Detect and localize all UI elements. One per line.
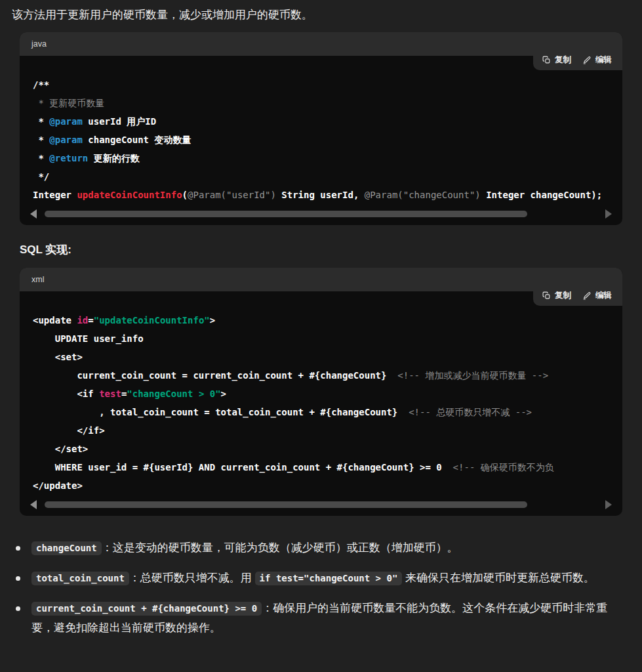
edit-button-label: 编辑 [595, 54, 612, 66]
language-label: xml [31, 275, 44, 284]
sql-heading: SQL 实现: [20, 242, 622, 257]
copy-button-label: 复制 [555, 54, 571, 66]
list-item: changeCount：这是变动的硬币数量，可能为负数（减少硬币）或正数（增加硬… [16, 538, 622, 558]
list-item: current_coin_count + #{changeCount} >= 0… [16, 598, 622, 638]
code-line: /** [33, 75, 622, 94]
inline-code: if test="changeCount > 0" [255, 572, 403, 585]
code-actions-bar: 复制 编辑 [533, 49, 622, 70]
code-actions-bar: 复制 编辑 [533, 285, 622, 306]
code-line: UPDATE user_info [33, 329, 622, 348]
code-header: java [20, 32, 622, 56]
code-content: <update id="updateCoinCountInfo"> UPDATE… [20, 291, 622, 499]
code-line: * @param userId 用户ID [33, 112, 622, 131]
bullet-marker [16, 576, 20, 581]
code-line: </set> [33, 440, 622, 458]
code-line: <if test="changeCount > 0"> [33, 385, 622, 403]
bullet-text: total_coin_count：总硬币数只增不减。用 if test="cha… [31, 568, 595, 588]
code-line: * @param changeCount 变动数量 [33, 131, 622, 149]
list-item: total_coin_count：总硬币数只增不减。用 if test="cha… [16, 568, 622, 588]
bullet-marker [16, 546, 20, 551]
horizontal-scrollbar [20, 499, 622, 516]
code-line: <update id="updateCoinCountInfo"> [33, 311, 622, 329]
scroll-left-arrow-icon[interactable] [30, 209, 37, 219]
scrollbar-thumb[interactable] [45, 501, 527, 508]
code-content: /** * 更新硬币数量 * @param userId 用户ID * @par… [20, 56, 622, 208]
code-line: WHERE user_id = #{userId} AND current_co… [33, 458, 622, 476]
copy-button[interactable]: 复制 [542, 290, 571, 301]
inline-code: current_coin_count + #{changeCount} >= 0 [31, 602, 262, 616]
code-card-xml: xml 复制 编辑 <update id="updateCoinCountInf… [20, 268, 622, 516]
copy-button[interactable]: 复制 [542, 54, 571, 66]
code-header: xml [20, 268, 622, 291]
bullet-list: changeCount：这是变动的硬币数量，可能为负数（减少硬币）或正数（增加硬… [16, 538, 622, 638]
code-line: * 更新硬币数量 [33, 94, 622, 112]
scrollbar-thumb[interactable] [45, 211, 527, 217]
bullet-text: changeCount：这是变动的硬币数量，可能为负数（减少硬币）或正数（增加硬… [31, 538, 458, 558]
code-line: * @return 更新的行数 [33, 149, 622, 167]
code-line: , total_coin_count = total_coin_count + … [33, 403, 622, 421]
pencil-icon [583, 56, 592, 64]
bullet-marker [16, 606, 20, 611]
copy-icon [542, 291, 551, 300]
pencil-icon [583, 291, 592, 300]
code-line: <set> [33, 348, 622, 366]
scroll-right-arrow-icon[interactable] [605, 209, 612, 219]
code-line: </if> [33, 421, 622, 440]
code-line: Integer updateCoinCountInfo(@Param("user… [33, 186, 622, 204]
copy-button-label: 复制 [555, 290, 571, 301]
scroll-left-arrow-icon[interactable] [30, 500, 37, 509]
edit-button[interactable]: 编辑 [583, 290, 612, 301]
inline-code: changeCount [31, 541, 102, 555]
edit-button[interactable]: 编辑 [583, 54, 612, 66]
edit-button-label: 编辑 [595, 290, 612, 301]
horizontal-scrollbar [20, 208, 622, 225]
code-line: current_coin_count = current_coin_count … [33, 366, 622, 385]
code-line: */ [33, 167, 622, 186]
bullet-text: current_coin_count + #{changeCount} >= 0… [31, 598, 622, 638]
language-label: java [31, 39, 47, 49]
intro-text: 该方法用于更新用户的硬币数量，减少或增加用户的硬币数。 [12, 7, 630, 24]
code-line: </update> [33, 476, 622, 495]
inline-code: total_coin_count [31, 572, 129, 585]
code-card-java: java 复制 编辑 /** * 更新硬币数量 * @param userId … [20, 32, 622, 225]
copy-icon [542, 56, 551, 64]
scroll-right-arrow-icon[interactable] [605, 500, 612, 509]
